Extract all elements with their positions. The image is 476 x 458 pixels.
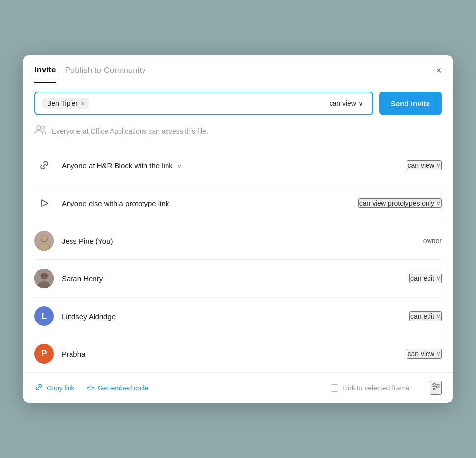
frame-link-option: Link to selected frame <box>331 384 409 392</box>
embed-code-label: Get embed code <box>98 384 149 392</box>
people-icon <box>34 125 46 137</box>
link-share-row: Anyone at H&R Block with the link ∨ can … <box>34 147 442 184</box>
jess-row-permission: owner <box>423 237 442 245</box>
play-icon <box>34 193 54 213</box>
modal-header: Invite Publish to Community × <box>23 55 453 83</box>
invite-input-row: Ben Tipler × can view ∨ Send invite <box>23 83 453 123</box>
jess-row-name: Jess Pine (You) <box>62 237 415 245</box>
link-name-chevron[interactable]: ∨ <box>177 163 182 170</box>
svg-point-19 <box>433 388 435 390</box>
svg-point-6 <box>41 235 47 241</box>
chip-name: Ben Tipler <box>47 99 78 107</box>
avatar-lindsey: L <box>34 306 54 326</box>
chevron-down-icon: ∨ <box>436 275 441 282</box>
permission-dropdown[interactable]: can view ∨ <box>328 99 365 107</box>
prototype-row-permission[interactable]: can view prototypes only ∨ <box>358 198 442 208</box>
avatar-prabha: P <box>34 344 54 364</box>
sarah-row-name: Sarah Henry <box>62 275 402 283</box>
chevron-down-icon: ∨ <box>436 200 441 206</box>
svg-point-10 <box>41 273 47 279</box>
svg-point-7 <box>39 244 49 251</box>
sarah-row-permission[interactable]: can edit ∨ <box>409 274 442 283</box>
svg-marker-2 <box>42 200 48 206</box>
invitee-chip: Ben Tipler × <box>42 98 89 109</box>
lindsey-row-permission[interactable]: can edit ∨ <box>409 311 442 321</box>
copy-link-button[interactable]: Copy link <box>34 383 75 393</box>
chevron-down-icon: ∨ <box>358 99 363 107</box>
copy-link-icon <box>34 383 43 393</box>
copy-link-label: Copy link <box>47 384 75 392</box>
svg-point-1 <box>42 126 45 129</box>
link-row-name: Anyone at H&R Block with the link ∨ <box>62 161 399 170</box>
lindsey-row-name: Lindsey Aldridge <box>62 312 402 321</box>
avatar-sarah <box>34 269 54 288</box>
tab-invite[interactable]: Invite <box>34 65 56 83</box>
svg-point-17 <box>433 383 435 385</box>
link-row-permission[interactable]: can view ∨ <box>407 160 442 170</box>
tab-publish[interactable]: Publish to Community <box>65 66 145 82</box>
modal-footer: Copy link <> Get embed code Link to sele… <box>23 372 453 403</box>
svg-point-13 <box>45 275 46 276</box>
lindsey-share-row: L Lindsey Aldridge can edit ∨ <box>34 298 442 335</box>
chevron-down-icon: ∨ <box>436 162 441 169</box>
prabha-row-permission[interactable]: can view ∨ <box>407 349 442 359</box>
permission-label: can view <box>330 99 356 107</box>
prototype-share-row: Anyone else with a prototype link can vi… <box>34 184 442 222</box>
close-button[interactable]: × <box>436 66 442 82</box>
avatar-jess <box>34 231 54 251</box>
share-rows: Anyone at H&R Block with the link ∨ can … <box>23 147 453 372</box>
link-icon <box>34 156 54 175</box>
settings-button[interactable] <box>430 381 442 395</box>
sarah-share-row: Sarah Henry can edit ∨ <box>34 260 442 298</box>
prabha-row-name: Prabha <box>62 350 399 358</box>
embed-code-button[interactable]: <> Get embed code <box>87 384 149 392</box>
embed-code-icon: <> <box>87 384 95 392</box>
svg-point-12 <box>42 275 43 276</box>
chevron-down-icon: ∨ <box>436 350 441 357</box>
jess-share-row: Jess Pine (You) owner <box>34 222 442 260</box>
svg-point-18 <box>436 386 438 388</box>
chevron-down-icon: ∨ <box>436 313 441 320</box>
frame-link-label: Link to selected frame <box>342 384 409 392</box>
chip-remove-button[interactable]: × <box>81 100 85 107</box>
svg-point-0 <box>37 126 41 130</box>
invite-input-box[interactable]: Ben Tipler × can view ∨ <box>34 92 373 115</box>
access-notice: Everyone at Office Applications can acce… <box>23 123 453 147</box>
send-invite-button[interactable]: Send invite <box>379 92 442 115</box>
prototype-row-name: Anyone else with a prototype link <box>62 199 351 207</box>
access-notice-text: Everyone at Office Applications can acce… <box>52 127 208 135</box>
frame-link-checkbox[interactable] <box>331 384 338 392</box>
invite-modal: Invite Publish to Community × Ben Tipler… <box>23 55 453 403</box>
prabha-share-row: P Prabha can view ∨ <box>34 335 442 372</box>
